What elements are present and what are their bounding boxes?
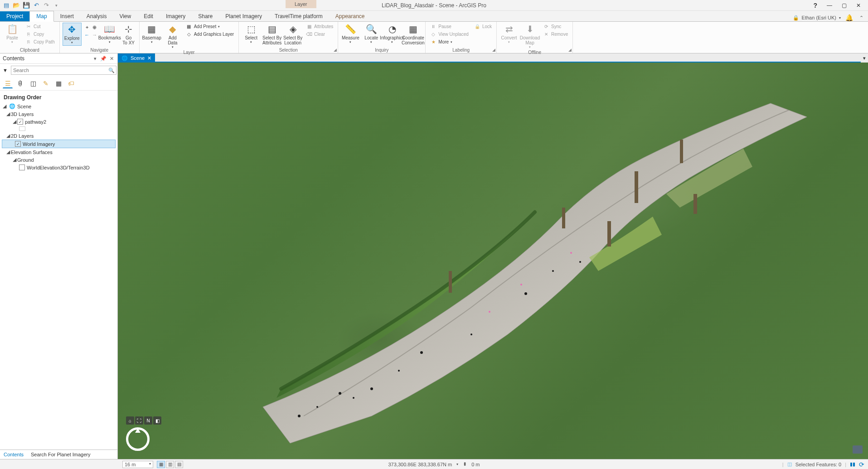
view-tab-menu-icon[interactable]: ▾ <box>861 53 868 63</box>
measure-button[interactable]: 📏Measure▾ <box>341 23 360 45</box>
expand-icon[interactable]: ◢ <box>13 119 17 125</box>
expand-icon[interactable]: ◢ <box>3 103 7 109</box>
tree-pathway2[interactable]: ◢ ✓ pathway2 <box>0 118 117 126</box>
paste-button[interactable]: 📋 Paste▾ <box>3 23 22 45</box>
expand-icon[interactable]: ◢ <box>6 149 11 155</box>
bottom-tab-contents[interactable]: Contents <box>0 450 27 459</box>
select-by-location-button[interactable]: ◈ Select By Location <box>283 23 302 46</box>
tab-insert[interactable]: Insert <box>54 11 80 21</box>
tab-analysis[interactable]: Analysis <box>80 11 113 21</box>
locate-button[interactable]: 🔍Locate▾ <box>362 23 381 45</box>
scale-combo[interactable]: 16 m▾ <box>122 461 153 468</box>
bottom-tab-planet-search[interactable]: Search For Planet Imagery <box>27 450 94 459</box>
qat-save-icon[interactable]: 💾 <box>23 2 30 9</box>
full-extent-icon[interactable]: ⌖ <box>83 24 91 31</box>
toc-tab-snapping[interactable]: ▦ <box>53 78 63 88</box>
scene-canvas[interactable]: ⌂ ⛶ N ◧ <box>118 63 868 459</box>
select-by-attributes-button[interactable]: ▤ Select By Attributes <box>262 23 281 46</box>
lock-labeling-button[interactable]: 🔒Lock <box>472 23 494 30</box>
tab-share[interactable]: Share <box>192 11 219 21</box>
maximize-button[interactable]: ▢ <box>837 1 851 10</box>
nav-mode-icon[interactable]: ◧ <box>153 416 161 425</box>
notifications-icon[interactable]: 🔔 <box>845 14 853 21</box>
layer-checkbox[interactable]: ✓ <box>17 119 23 125</box>
basemap-button[interactable]: ▦ Basemap▾ <box>142 23 161 45</box>
pause-drawing-icon[interactable]: ▮▮ <box>850 461 855 467</box>
expand-icon[interactable]: ◢ <box>6 133 11 139</box>
expand-icon[interactable]: ◢ <box>6 111 11 117</box>
snap-grid-icon[interactable]: ▦ <box>157 461 165 468</box>
tree-world-imagery[interactable]: ✓ World Imagery <box>2 140 116 148</box>
nav-full-icon[interactable]: ⛶ <box>135 416 143 425</box>
tree-elevation-surfaces[interactable]: ◢ Elevation Surfaces <box>0 148 117 156</box>
prev-extent-icon[interactable]: ← <box>83 31 91 39</box>
snap-dynamic-icon[interactable]: ▤ <box>175 461 183 468</box>
explore-button[interactable]: ✥ Explore▾ <box>63 23 82 46</box>
bookmarks-button[interactable]: 📖 Bookmarks▾ <box>100 23 119 45</box>
attributes-button[interactable]: ▦Attributes <box>304 23 335 30</box>
pane-menu-icon[interactable]: ▾ <box>92 55 98 62</box>
snap-guides-icon[interactable]: ▥ <box>166 461 174 468</box>
add-graphics-layer-button[interactable]: ◇Add Graphics Layer <box>184 30 236 38</box>
view-unplaced-button[interactable]: ◇View Unplaced <box>428 30 470 38</box>
tab-appearance[interactable]: Appearance <box>329 11 371 21</box>
tab-project[interactable]: Project <box>0 11 29 21</box>
tab-view[interactable]: View <box>113 11 137 21</box>
status-selected-features[interactable]: Selected Features: 0 <box>795 462 842 467</box>
infographics-button[interactable]: ◔Infographics▾ <box>383 23 402 45</box>
filter-icon[interactable]: ▼ <box>3 68 9 73</box>
more-labeling-button[interactable]: ★More ▾ <box>428 38 470 46</box>
toc-tab-drawing-order[interactable]: ☰ <box>3 78 13 88</box>
toc-tab-labeling[interactable]: 🏷 <box>66 78 76 88</box>
cut-button[interactable]: ✂Cut <box>24 23 57 30</box>
go-to-xy-button[interactable]: ⊹ Go To XY <box>121 23 136 46</box>
pane-pin-icon[interactable]: 📌 <box>100 55 107 62</box>
download-map-button[interactable]: ⬇Download Map▾ <box>520 23 539 50</box>
tab-imagery[interactable]: Imagery <box>160 11 192 21</box>
selection-launcher-icon[interactable]: ◢ <box>334 48 337 52</box>
add-preset-button[interactable]: ▦Add Preset ▾ <box>184 23 236 30</box>
qat-redo-icon[interactable]: ↷ <box>43 2 50 9</box>
user-dropdown-icon[interactable]: ▾ <box>839 16 841 20</box>
tree-3d-layers[interactable]: ◢ 3D Layers <box>0 110 117 118</box>
coord-conversion-button[interactable]: ▦Coordinate Conversion <box>403 23 422 46</box>
tree-pathway2-symbol[interactable] <box>0 126 117 132</box>
pause-labeling-button[interactable]: ⏸Pause <box>428 23 470 30</box>
clear-selection-button[interactable]: ⌫Clear <box>304 30 335 38</box>
fixed-zoom-in-icon[interactable]: ⊕ <box>91 24 98 31</box>
nav-north-icon[interactable]: N <box>144 416 152 425</box>
coords-dropdown-icon[interactable]: ▾ <box>456 462 458 466</box>
offline-launcher-icon[interactable]: ◢ <box>568 48 572 52</box>
search-icon[interactable]: 🔍 <box>108 68 115 73</box>
layer-checkbox[interactable] <box>19 164 25 170</box>
help-icon[interactable]: ? <box>813 2 817 9</box>
tree-ground[interactable]: ◢ Ground <box>0 156 117 164</box>
qat-new-icon[interactable]: ▤ <box>3 2 10 9</box>
compass-icon[interactable] <box>126 427 150 451</box>
tab-planet-imagery[interactable]: Planet Imagery <box>219 11 268 21</box>
remove-button[interactable]: ✕Remove <box>541 30 570 38</box>
convert-button[interactable]: ⇄Convert▾ <box>499 23 519 45</box>
refresh-icon[interactable]: ⟳ <box>859 461 864 468</box>
contents-search-input[interactable] <box>11 66 116 75</box>
copy-path-button[interactable]: ⎘Copy Path <box>24 38 57 46</box>
sync-button[interactable]: ⟳Sync <box>541 23 570 30</box>
labeling-launcher-icon[interactable]: ◢ <box>492 48 495 52</box>
layer-checkbox[interactable]: ✓ <box>15 141 21 147</box>
copy-button[interactable]: ⎘Copy <box>24 30 57 38</box>
select-button[interactable]: ⬚ Select▾ <box>242 23 261 45</box>
minimize-button[interactable]: — <box>823 1 836 10</box>
nav-home-icon[interactable]: ⌂ <box>126 416 134 425</box>
toc-tab-source[interactable]: 🛢 <box>15 78 25 88</box>
view-tab-close-icon[interactable]: ✕ <box>147 55 151 61</box>
tree-scene[interactable]: ◢ 🌐 Scene <box>0 102 117 110</box>
close-button[interactable]: ✕ <box>852 1 865 10</box>
tab-map[interactable]: Map <box>29 11 53 22</box>
toc-tab-editing[interactable]: ✎ <box>41 78 51 88</box>
qat-open-icon[interactable]: 📂 <box>13 2 20 9</box>
tree-2d-layers[interactable]: ◢ 2D Layers <box>0 132 117 140</box>
popup-toggle-icon[interactable] <box>853 445 863 454</box>
expand-icon[interactable]: ◢ <box>13 157 17 163</box>
qat-undo-icon[interactable]: ↶ <box>33 2 40 9</box>
qat-customize-icon[interactable]: ▾ <box>53 2 60 9</box>
